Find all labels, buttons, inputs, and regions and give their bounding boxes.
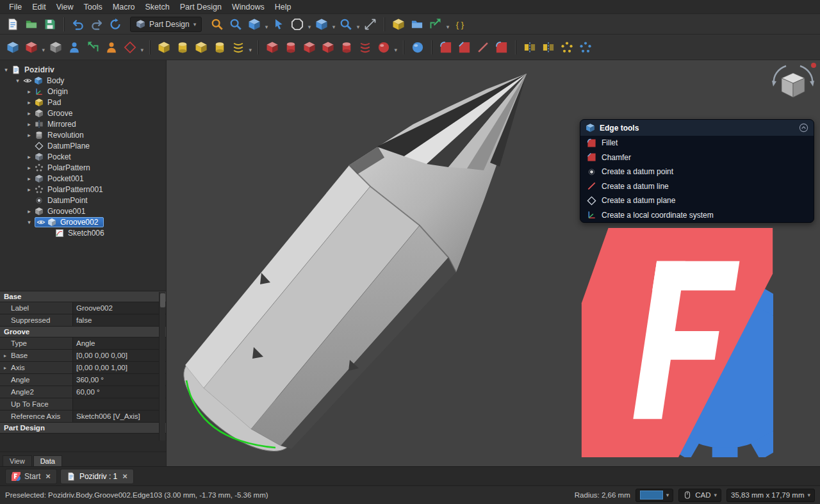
property-row-type[interactable]: Type Angle bbox=[0, 337, 166, 350]
edge-tools-header[interactable]: Edge tools bbox=[580, 120, 814, 136]
navigation-style-selector[interactable]: CAD ▾ bbox=[678, 489, 721, 502]
tree-item-mirrored[interactable]: ▸ Mirrored bbox=[0, 118, 166, 129]
property-value[interactable]: Angle bbox=[73, 337, 166, 349]
tree-item-pocket001[interactable]: ▸ Pocket001 bbox=[0, 173, 166, 184]
macro-editor-button[interactable]: { } bbox=[451, 15, 468, 33]
property-value[interactable]: 60,00 ° bbox=[73, 386, 166, 398]
property-row-label[interactable]: Label Groove002 bbox=[0, 302, 166, 314]
close-tab-icon[interactable]: × bbox=[45, 471, 51, 481]
tree-item-pad[interactable]: ▸ Pad bbox=[0, 97, 166, 108]
dimensions-selector[interactable]: 35,83 mm x 17,79 mm ▾ bbox=[726, 489, 815, 502]
radius-input[interactable]: ▾ bbox=[636, 489, 674, 502]
expand-arrow-icon[interactable]: ▸ bbox=[26, 99, 33, 106]
property-row-suppressed[interactable]: Suppressed false bbox=[0, 314, 166, 327]
export-button[interactable] bbox=[427, 15, 444, 33]
subtractive-loft-button[interactable] bbox=[319, 38, 336, 56]
tab-pozidriv[interactable]: Pozidriv : 1 × bbox=[60, 469, 134, 484]
linear-pattern-button[interactable] bbox=[539, 38, 557, 56]
tree-item-polarpattern001[interactable]: ▸ PolarPattern001 bbox=[0, 184, 166, 195]
datum-tools-button[interactable] bbox=[121, 38, 138, 56]
expand-arrow-icon[interactable]: ▸ bbox=[26, 175, 33, 182]
menu-windows[interactable]: Windows bbox=[227, 1, 270, 13]
tree-item-polarpattern[interactable]: ▸ PolarPattern bbox=[0, 162, 166, 173]
expand-arrow-icon[interactable]: ▸ bbox=[26, 110, 33, 117]
tree-item-pozidriv[interactable]: ▾ Pozidriv bbox=[0, 64, 166, 75]
property-value[interactable]: Groove002 bbox=[73, 302, 166, 314]
menu-macro[interactable]: Macro bbox=[108, 1, 140, 13]
tree-item-groove[interactable]: ▸ Groove bbox=[0, 108, 166, 118]
property-row-base[interactable]: ▸Base [0,00 0,00 0,00] bbox=[0, 350, 166, 362]
additive-pipe-button[interactable] bbox=[211, 38, 228, 56]
boolean-sphere-button[interactable] bbox=[409, 38, 426, 56]
edge-tools-item-fillet[interactable]: Fillet bbox=[580, 136, 814, 150]
menu-part-design[interactable]: Part Design bbox=[175, 1, 227, 13]
edge-tools-item-datum-plane[interactable]: Create a datum plane bbox=[580, 193, 814, 208]
tree-item-body[interactable]: ▾ Body bbox=[0, 75, 166, 86]
undo-button[interactable] bbox=[69, 15, 86, 33]
property-row-axis[interactable]: ▸Axis [0,00 0,00 1,00] bbox=[0, 362, 166, 374]
property-value[interactable]: [0,00 0,00 0,00] bbox=[73, 350, 166, 361]
hole-button[interactable] bbox=[282, 38, 299, 56]
menu-view[interactable]: View bbox=[51, 1, 79, 13]
property-group-groove[interactable]: Groove bbox=[0, 327, 166, 337]
property-value[interactable]: false bbox=[73, 314, 166, 326]
edge-tools-item-local-cs[interactable]: Create a local coordinate system bbox=[580, 208, 814, 223]
expand-arrow-icon[interactable]: ▸ bbox=[26, 121, 33, 127]
menu-sketch[interactable]: Sketch bbox=[140, 1, 175, 13]
menu-tools[interactable]: Tools bbox=[79, 1, 108, 13]
property-row-uptoface[interactable]: Up To Face bbox=[0, 398, 166, 411]
tab-start[interactable]: Start × bbox=[5, 469, 57, 484]
additive-loft-button[interactable] bbox=[192, 38, 209, 56]
expand-arrow-icon[interactable]: ▸ bbox=[4, 353, 10, 359]
mirrored-button[interactable] bbox=[521, 38, 538, 56]
fillet-button[interactable] bbox=[437, 38, 454, 56]
visibility-eye-icon[interactable] bbox=[23, 76, 32, 85]
appearance-button[interactable] bbox=[390, 15, 407, 33]
expand-arrow-icon[interactable]: ▸ bbox=[26, 208, 33, 215]
property-value[interactable]: [0,00 0,00 1,00] bbox=[73, 362, 166, 373]
expand-arrow-icon[interactable]: ▾ bbox=[26, 219, 33, 225]
expand-arrow-icon[interactable]: ▸ bbox=[26, 154, 33, 160]
tree-item-groove001[interactable]: ▸ Groove001 bbox=[0, 206, 166, 216]
draft-button[interactable] bbox=[474, 38, 491, 56]
pocket-button[interactable] bbox=[263, 38, 281, 56]
menu-help[interactable]: Help bbox=[270, 1, 297, 13]
create-body-button[interactable] bbox=[4, 38, 21, 56]
tree-item-pocket[interactable]: ▸ Pocket bbox=[0, 151, 166, 162]
tree-item-origin[interactable]: ▸ Origin bbox=[0, 86, 166, 97]
measure-button[interactable] bbox=[361, 15, 379, 33]
expand-arrow-icon[interactable]: ▸ bbox=[26, 88, 33, 95]
expand-arrow-icon[interactable]: ▸ bbox=[4, 365, 10, 371]
group-button[interactable] bbox=[47, 38, 64, 56]
zoom-tools-button[interactable] bbox=[337, 15, 354, 33]
revolution-button[interactable] bbox=[174, 38, 191, 56]
tab-data[interactable]: Data bbox=[33, 455, 62, 466]
expand-arrow-icon[interactable]: ▸ bbox=[26, 186, 33, 193]
refresh-button[interactable] bbox=[106, 15, 124, 33]
view-isometric-button[interactable] bbox=[313, 15, 330, 33]
import-button[interactable] bbox=[84, 38, 101, 56]
property-scrollbar[interactable] bbox=[159, 292, 165, 441]
multitransform-button[interactable] bbox=[577, 38, 594, 56]
3d-viewport[interactable]: Edge tools Fillet Chamfer Create a bbox=[167, 60, 820, 466]
property-row-reference-axis[interactable]: Reference Axis Sketch006 [V_Axis] bbox=[0, 411, 166, 423]
save-button[interactable] bbox=[41, 15, 58, 33]
additive-helix-button[interactable] bbox=[229, 38, 247, 56]
user-blue-button[interactable] bbox=[65, 38, 83, 56]
pad-button[interactable] bbox=[155, 38, 172, 56]
tree-item-sketch006[interactable]: Sketch006 bbox=[0, 227, 166, 238]
zoom-selection-button[interactable] bbox=[227, 15, 244, 33]
new-document-button[interactable] bbox=[4, 15, 21, 33]
open-document-button[interactable] bbox=[22, 15, 40, 33]
tree-item-groove002-selected[interactable]: ▾ Groove002 bbox=[0, 216, 166, 227]
create-group-button[interactable] bbox=[408, 15, 425, 33]
edge-tools-item-chamfer[interactable]: Chamfer bbox=[580, 150, 814, 165]
polar-pattern-button[interactable] bbox=[558, 38, 575, 56]
expand-arrow-icon[interactable]: ▸ bbox=[26, 165, 33, 171]
property-group-base[interactable]: Base bbox=[0, 291, 166, 302]
fit-all-button[interactable] bbox=[208, 15, 226, 33]
menu-edit[interactable]: Edit bbox=[27, 1, 51, 13]
tree-item-datumpoint[interactable]: DatumPoint bbox=[0, 195, 166, 206]
chamfer-button[interactable] bbox=[455, 38, 473, 56]
create-part-button[interactable] bbox=[22, 38, 40, 56]
